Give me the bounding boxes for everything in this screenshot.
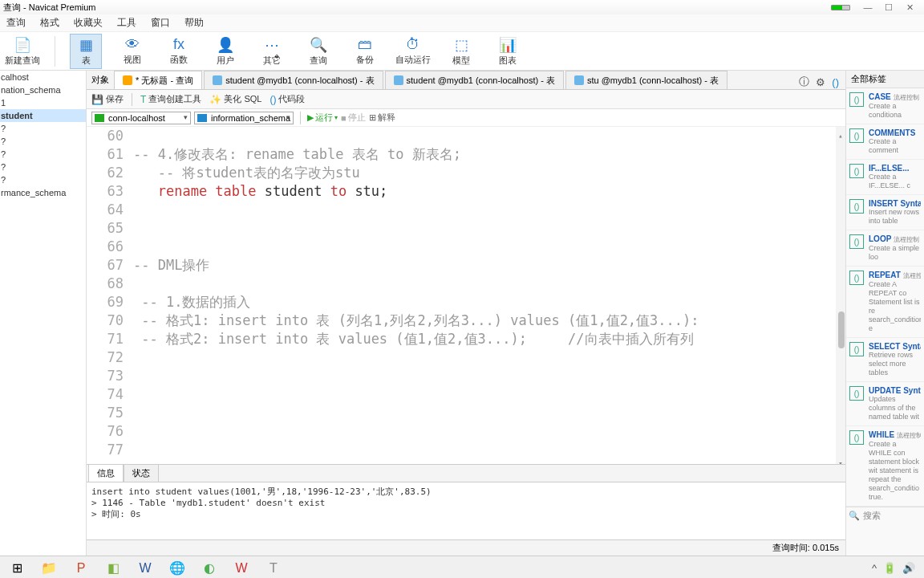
snippet-item[interactable]: ()UPDATE Syntax Updates columns of the n… bbox=[846, 382, 924, 426]
menu-查询[interactable]: 查询 bbox=[6, 16, 26, 30]
toolbar-query[interactable]: 🔍查询 bbox=[302, 34, 334, 69]
titlebar: 查询 - Navicat Premium — ☐ ✕ bbox=[0, 0, 924, 14]
scrollbar-thumb[interactable] bbox=[838, 311, 845, 348]
toolbar-new-query[interactable]: 📄新建查询 bbox=[5, 34, 40, 69]
code-snippet-button[interactable]: ()代码段 bbox=[270, 93, 305, 105]
snippet-item[interactable]: ()WHILE 流程控制Create a WHILE con statement… bbox=[846, 426, 924, 507]
tree-item[interactable]: ? bbox=[0, 148, 86, 161]
toolbar-other[interactable]: ⋯其它 bbox=[256, 34, 288, 69]
save-button[interactable]: 💾保存 bbox=[91, 93, 124, 105]
menu-工具[interactable]: 工具 bbox=[117, 16, 136, 30]
explain-button[interactable]: ⊞解释 bbox=[369, 112, 395, 124]
minimize-button[interactable]: — bbox=[863, 2, 873, 12]
editor-scrollbar[interactable]: ▴ ▾ bbox=[836, 127, 845, 464]
toolbar-auto-run[interactable]: ⏱自动运行 bbox=[395, 34, 431, 69]
connection-row: conn-localhost information_schema ▶运行▾ ■… bbox=[87, 109, 845, 127]
function-icon: fx bbox=[173, 36, 184, 53]
tab-strip: 对象 * 无标题 - 查询student @mydb1 (conn-localh… bbox=[87, 71, 845, 90]
scroll-down-icon[interactable]: ▾ bbox=[836, 454, 845, 464]
toolbar-view[interactable]: 👁视图 bbox=[116, 34, 148, 69]
tree-item[interactable]: ? bbox=[0, 161, 86, 173]
task-chrome[interactable]: 🌐 bbox=[163, 558, 192, 579]
result-tab-status[interactable]: 状态 bbox=[124, 464, 159, 482]
query-sub-toolbar: 💾保存 T查询创建工具 ✨美化 SQL ()代码段 bbox=[87, 90, 845, 109]
task-word[interactable]: W bbox=[131, 558, 160, 579]
beautify-sql-button[interactable]: ✨美化 SQL bbox=[209, 93, 261, 105]
task-powerpoint[interactable]: P bbox=[67, 558, 95, 579]
sql-editor[interactable]: 606162636465666768697071727374757677 -- … bbox=[87, 127, 845, 464]
tree-item[interactable]: nation_schema bbox=[0, 83, 86, 96]
result-tab-strip: 信息 状态 bbox=[87, 464, 845, 482]
tree-item[interactable]: ? bbox=[0, 135, 86, 148]
tab-student-2[interactable]: student @mydb1 (conn-localhost) - 表 bbox=[385, 71, 564, 89]
query-builder-button[interactable]: T查询创建工具 bbox=[140, 93, 201, 105]
tab-untitled[interactable]: * 无标题 - 查询 bbox=[114, 71, 202, 89]
toolbar-user[interactable]: 👤用户 bbox=[209, 34, 241, 69]
code-content[interactable]: -- 4.修改表名: rename table 表名 to 新表名; -- 将s… bbox=[130, 127, 845, 464]
model-icon: ⬚ bbox=[455, 36, 468, 54]
user-icon: 👤 bbox=[217, 36, 234, 54]
tray-battery-icon[interactable]: 🔋 bbox=[883, 562, 896, 574]
explain-icon: ⊞ bbox=[369, 112, 376, 123]
query-icon: 🔍 bbox=[310, 36, 327, 54]
tab-objects[interactable]: 对象 bbox=[87, 71, 114, 89]
menu-帮助[interactable]: 帮助 bbox=[184, 16, 204, 30]
tree-item[interactable]: student bbox=[0, 109, 86, 122]
connection-icon bbox=[95, 114, 104, 122]
snippet-item[interactable]: ()SELECT Syntax Retrieve rows select mor… bbox=[846, 338, 924, 382]
menu-收藏夹[interactable]: 收藏夹 bbox=[74, 16, 103, 30]
snippet-panel: 全部标签 ()CASE 流程控制Create a conditiona()COM… bbox=[845, 71, 924, 556]
tab-student-1[interactable]: student @mydb1 (conn-localhost) - 表 bbox=[204, 71, 383, 89]
task-app2[interactable]: ◐ bbox=[195, 558, 224, 579]
connection-dropdown[interactable]: conn-localhost bbox=[91, 112, 191, 124]
toolbar-function[interactable]: fx函数 bbox=[163, 34, 195, 69]
line-gutter: 606162636465666768697071727374757677 bbox=[87, 127, 130, 464]
snippet-item[interactable]: ()CASE 流程控制Create a conditiona bbox=[846, 88, 924, 124]
tree-item[interactable]: ? bbox=[0, 173, 86, 186]
tab-stu[interactable]: stu @mydb1 (conn-localhost) - 表 bbox=[565, 71, 727, 89]
result-output[interactable]: insert into student values(1001,'男',18,'… bbox=[87, 482, 845, 539]
gear-icon[interactable]: ⚙ bbox=[816, 76, 825, 88]
toolbar-backup[interactable]: 🗃备份 bbox=[349, 34, 381, 69]
stop-button[interactable]: ■停止 bbox=[341, 112, 366, 124]
maximize-button[interactable]: ☐ bbox=[884, 2, 894, 12]
task-text[interactable]: T bbox=[259, 558, 288, 579]
task-wps[interactable]: W bbox=[227, 558, 256, 579]
task-start[interactable]: ⊞ bbox=[2, 558, 31, 579]
tree-item[interactable]: ? bbox=[0, 122, 86, 135]
snippet-icon: () bbox=[849, 271, 864, 285]
database-dropdown[interactable]: information_schema bbox=[194, 112, 294, 124]
task-app1[interactable]: ◧ bbox=[99, 558, 128, 579]
snippet-item[interactable]: ()INSERT Syntax Insert new rows into tab… bbox=[846, 195, 924, 230]
snippet-item[interactable]: ()IF...ELSE... Create a IF...ELSE... c bbox=[846, 160, 924, 195]
brackets-icon[interactable]: () bbox=[832, 76, 839, 88]
tree-item[interactable]: rmance_schema bbox=[0, 186, 86, 199]
help-icon[interactable]: ⓘ bbox=[799, 75, 809, 89]
toolbar-chart[interactable]: 📊图表 bbox=[492, 34, 524, 69]
tree-item[interactable]: calhost bbox=[0, 71, 86, 83]
run-button[interactable]: ▶运行▾ bbox=[307, 112, 338, 124]
toolbar-table[interactable]: ▦表 bbox=[70, 34, 102, 69]
toolbar-model[interactable]: ⬚模型 bbox=[445, 34, 477, 69]
tray-sound-icon[interactable]: 🔊 bbox=[902, 562, 915, 574]
object-tree[interactable]: calhostnation_schema1student?????rmance_… bbox=[0, 71, 87, 556]
tray-up-icon[interactable]: ^ bbox=[872, 562, 877, 574]
menubar: 查询格式收藏夹工具窗口帮助 bbox=[0, 14, 924, 32]
tab-icon bbox=[123, 75, 132, 85]
menu-窗口[interactable]: 窗口 bbox=[151, 16, 170, 30]
snippet-panel-header: 全部标签 bbox=[846, 71, 924, 88]
close-button[interactable]: ✕ bbox=[905, 2, 914, 12]
tree-item[interactable]: 1 bbox=[0, 96, 86, 109]
result-tab-info[interactable]: 信息 bbox=[88, 464, 124, 482]
snippet-search[interactable]: 🔍 搜索 bbox=[846, 507, 924, 524]
snippet-item[interactable]: ()REPEAT 流程控制Create A REPEAT co Statemen… bbox=[846, 267, 924, 338]
menu-格式[interactable]: 格式 bbox=[40, 16, 59, 30]
snippet-item[interactable]: ()LOOP 流程控制Create a simple loo bbox=[846, 230, 924, 267]
taskbar: ⊞ 📁 P ◧ W 🌐 ◐ W T ^ 🔋 🔊 bbox=[0, 556, 924, 578]
scroll-up-icon[interactable]: ▴ bbox=[836, 127, 845, 136]
system-tray[interactable]: ^ 🔋 🔊 bbox=[872, 562, 922, 574]
snippet-item[interactable]: ()COMMENTS Create a comment bbox=[846, 124, 924, 160]
stop-icon: ■ bbox=[341, 113, 346, 123]
snippet-icon: () bbox=[849, 430, 864, 445]
task-explorer[interactable]: 📁 bbox=[34, 558, 63, 579]
